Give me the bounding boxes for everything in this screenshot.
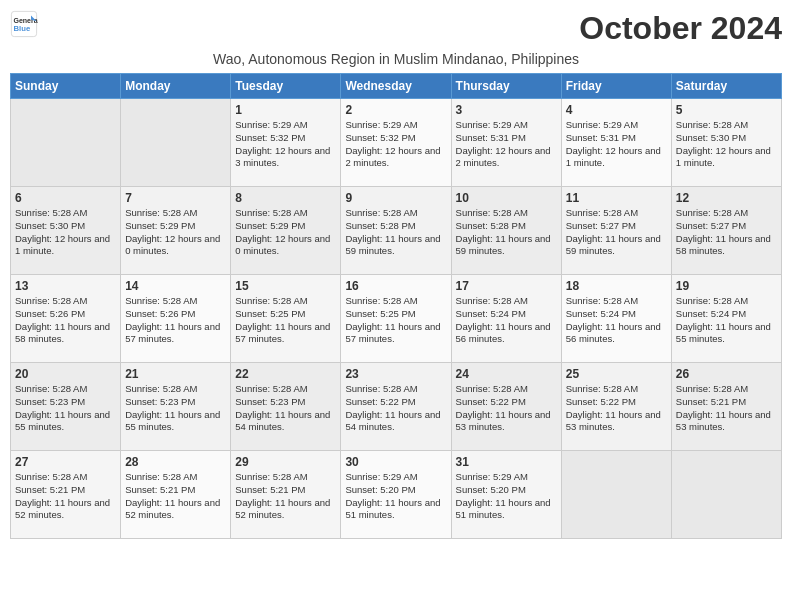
calendar-cell: 19Sunrise: 5:28 AM Sunset: 5:24 PM Dayli…: [671, 275, 781, 363]
weekday-header-wednesday: Wednesday: [341, 74, 451, 99]
calendar-cell: 23Sunrise: 5:28 AM Sunset: 5:22 PM Dayli…: [341, 363, 451, 451]
day-info: Sunrise: 5:29 AM Sunset: 5:31 PM Dayligh…: [456, 119, 557, 170]
calendar-cell: 13Sunrise: 5:28 AM Sunset: 5:26 PM Dayli…: [11, 275, 121, 363]
calendar-cell: 3Sunrise: 5:29 AM Sunset: 5:31 PM Daylig…: [451, 99, 561, 187]
day-number: 22: [235, 367, 336, 381]
day-number: 15: [235, 279, 336, 293]
calendar-cell: 18Sunrise: 5:28 AM Sunset: 5:24 PM Dayli…: [561, 275, 671, 363]
day-number: 29: [235, 455, 336, 469]
day-number: 7: [125, 191, 226, 205]
day-info: Sunrise: 5:28 AM Sunset: 5:27 PM Dayligh…: [566, 207, 667, 258]
day-number: 23: [345, 367, 446, 381]
calendar-cell: 6Sunrise: 5:28 AM Sunset: 5:30 PM Daylig…: [11, 187, 121, 275]
calendar-cell: 31Sunrise: 5:29 AM Sunset: 5:20 PM Dayli…: [451, 451, 561, 539]
calendar-cell: 17Sunrise: 5:28 AM Sunset: 5:24 PM Dayli…: [451, 275, 561, 363]
day-info: Sunrise: 5:28 AM Sunset: 5:30 PM Dayligh…: [15, 207, 116, 258]
page-header: General Blue October 2024: [10, 10, 782, 47]
calendar-cell: 8Sunrise: 5:28 AM Sunset: 5:29 PM Daylig…: [231, 187, 341, 275]
calendar-cell: 12Sunrise: 5:28 AM Sunset: 5:27 PM Dayli…: [671, 187, 781, 275]
svg-text:Blue: Blue: [14, 24, 31, 33]
day-info: Sunrise: 5:28 AM Sunset: 5:21 PM Dayligh…: [15, 471, 116, 522]
calendar-cell: 7Sunrise: 5:28 AM Sunset: 5:29 PM Daylig…: [121, 187, 231, 275]
day-number: 21: [125, 367, 226, 381]
calendar-week-1: 1Sunrise: 5:29 AM Sunset: 5:32 PM Daylig…: [11, 99, 782, 187]
calendar-cell: 16Sunrise: 5:28 AM Sunset: 5:25 PM Dayli…: [341, 275, 451, 363]
day-number: 10: [456, 191, 557, 205]
day-number: 9: [345, 191, 446, 205]
calendar-cell: 14Sunrise: 5:28 AM Sunset: 5:26 PM Dayli…: [121, 275, 231, 363]
day-info: Sunrise: 5:28 AM Sunset: 5:25 PM Dayligh…: [345, 295, 446, 346]
weekday-header-friday: Friday: [561, 74, 671, 99]
calendar-cell: 24Sunrise: 5:28 AM Sunset: 5:22 PM Dayli…: [451, 363, 561, 451]
calendar-cell: 5Sunrise: 5:28 AM Sunset: 5:30 PM Daylig…: [671, 99, 781, 187]
day-info: Sunrise: 5:28 AM Sunset: 5:22 PM Dayligh…: [456, 383, 557, 434]
weekday-header-sunday: Sunday: [11, 74, 121, 99]
day-number: 18: [566, 279, 667, 293]
month-title: October 2024: [579, 10, 782, 47]
calendar-cell: 9Sunrise: 5:28 AM Sunset: 5:28 PM Daylig…: [341, 187, 451, 275]
day-info: Sunrise: 5:29 AM Sunset: 5:32 PM Dayligh…: [345, 119, 446, 170]
day-info: Sunrise: 5:28 AM Sunset: 5:23 PM Dayligh…: [15, 383, 116, 434]
day-info: Sunrise: 5:28 AM Sunset: 5:24 PM Dayligh…: [456, 295, 557, 346]
day-info: Sunrise: 5:28 AM Sunset: 5:28 PM Dayligh…: [456, 207, 557, 258]
day-number: 17: [456, 279, 557, 293]
day-info: Sunrise: 5:28 AM Sunset: 5:28 PM Dayligh…: [345, 207, 446, 258]
day-number: 13: [15, 279, 116, 293]
calendar-cell: 10Sunrise: 5:28 AM Sunset: 5:28 PM Dayli…: [451, 187, 561, 275]
day-number: 30: [345, 455, 446, 469]
calendar-cell: 28Sunrise: 5:28 AM Sunset: 5:21 PM Dayli…: [121, 451, 231, 539]
calendar-cell: 4Sunrise: 5:29 AM Sunset: 5:31 PM Daylig…: [561, 99, 671, 187]
calendar-week-4: 20Sunrise: 5:28 AM Sunset: 5:23 PM Dayli…: [11, 363, 782, 451]
day-info: Sunrise: 5:28 AM Sunset: 5:29 PM Dayligh…: [125, 207, 226, 258]
day-number: 26: [676, 367, 777, 381]
day-info: Sunrise: 5:28 AM Sunset: 5:24 PM Dayligh…: [676, 295, 777, 346]
calendar-cell: [561, 451, 671, 539]
weekday-header-monday: Monday: [121, 74, 231, 99]
day-number: 4: [566, 103, 667, 117]
day-number: 28: [125, 455, 226, 469]
calendar-cell: 1Sunrise: 5:29 AM Sunset: 5:32 PM Daylig…: [231, 99, 341, 187]
day-info: Sunrise: 5:28 AM Sunset: 5:25 PM Dayligh…: [235, 295, 336, 346]
calendar-cell: 30Sunrise: 5:29 AM Sunset: 5:20 PM Dayli…: [341, 451, 451, 539]
day-info: Sunrise: 5:28 AM Sunset: 5:21 PM Dayligh…: [676, 383, 777, 434]
day-number: 12: [676, 191, 777, 205]
day-number: 25: [566, 367, 667, 381]
calendar-cell: 2Sunrise: 5:29 AM Sunset: 5:32 PM Daylig…: [341, 99, 451, 187]
calendar-cell: 20Sunrise: 5:28 AM Sunset: 5:23 PM Dayli…: [11, 363, 121, 451]
calendar-cell: [11, 99, 121, 187]
day-number: 1: [235, 103, 336, 117]
day-info: Sunrise: 5:28 AM Sunset: 5:22 PM Dayligh…: [566, 383, 667, 434]
weekday-header-tuesday: Tuesday: [231, 74, 341, 99]
day-number: 14: [125, 279, 226, 293]
day-info: Sunrise: 5:28 AM Sunset: 5:23 PM Dayligh…: [235, 383, 336, 434]
day-info: Sunrise: 5:28 AM Sunset: 5:26 PM Dayligh…: [125, 295, 226, 346]
calendar-cell: 25Sunrise: 5:28 AM Sunset: 5:22 PM Dayli…: [561, 363, 671, 451]
logo-icon: General Blue: [10, 10, 38, 38]
calendar-cell: 27Sunrise: 5:28 AM Sunset: 5:21 PM Dayli…: [11, 451, 121, 539]
calendar-table: SundayMondayTuesdayWednesdayThursdayFrid…: [10, 73, 782, 539]
day-number: 11: [566, 191, 667, 205]
day-number: 24: [456, 367, 557, 381]
day-info: Sunrise: 5:28 AM Sunset: 5:29 PM Dayligh…: [235, 207, 336, 258]
day-number: 16: [345, 279, 446, 293]
calendar-subtitle: Wao, Autonomous Region in Muslim Mindana…: [10, 51, 782, 67]
day-info: Sunrise: 5:28 AM Sunset: 5:21 PM Dayligh…: [235, 471, 336, 522]
weekday-header-saturday: Saturday: [671, 74, 781, 99]
calendar-week-5: 27Sunrise: 5:28 AM Sunset: 5:21 PM Dayli…: [11, 451, 782, 539]
day-number: 19: [676, 279, 777, 293]
day-number: 6: [15, 191, 116, 205]
day-info: Sunrise: 5:29 AM Sunset: 5:31 PM Dayligh…: [566, 119, 667, 170]
day-info: Sunrise: 5:28 AM Sunset: 5:22 PM Dayligh…: [345, 383, 446, 434]
weekday-header-row: SundayMondayTuesdayWednesdayThursdayFrid…: [11, 74, 782, 99]
calendar-cell: 29Sunrise: 5:28 AM Sunset: 5:21 PM Dayli…: [231, 451, 341, 539]
day-number: 5: [676, 103, 777, 117]
day-number: 2: [345, 103, 446, 117]
calendar-cell: [671, 451, 781, 539]
day-number: 31: [456, 455, 557, 469]
logo: General Blue: [10, 10, 42, 38]
day-info: Sunrise: 5:29 AM Sunset: 5:32 PM Dayligh…: [235, 119, 336, 170]
calendar-cell: 11Sunrise: 5:28 AM Sunset: 5:27 PM Dayli…: [561, 187, 671, 275]
day-info: Sunrise: 5:28 AM Sunset: 5:27 PM Dayligh…: [676, 207, 777, 258]
calendar-cell: 21Sunrise: 5:28 AM Sunset: 5:23 PM Dayli…: [121, 363, 231, 451]
calendar-cell: [121, 99, 231, 187]
